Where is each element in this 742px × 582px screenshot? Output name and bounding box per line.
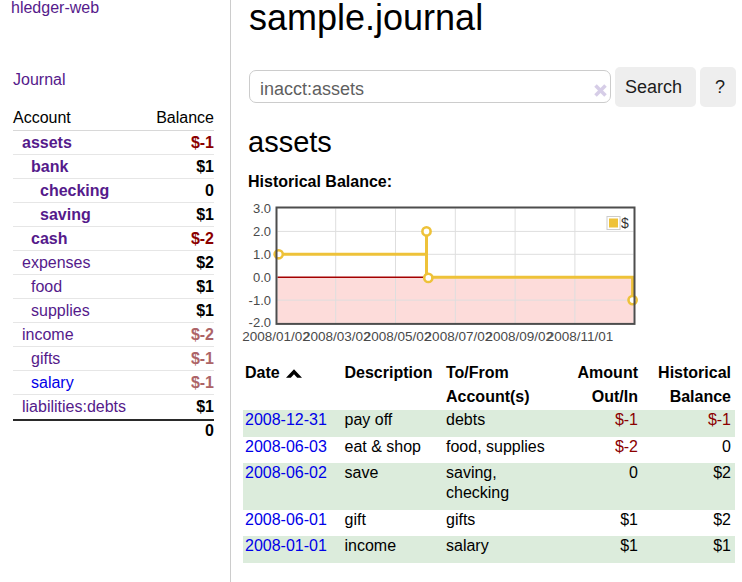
svg-text:$: $ [621,215,629,231]
svg-text:-1.0: -1.0 [249,293,271,308]
svg-text:2008/07/02: 2008/07/02 [425,329,493,344]
svg-text:2008/05/02: 2008/05/02 [364,329,432,344]
svg-text:2.0: 2.0 [253,224,271,239]
svg-text:0.0: 0.0 [253,270,271,285]
svg-text:2008/09/02: 2008/09/02 [485,329,553,344]
svg-text:2008/11/01: 2008/11/01 [547,329,614,344]
svg-text:3.0: 3.0 [253,201,271,216]
svg-text:2008/03/02: 2008/03/02 [303,329,371,344]
svg-text:2008/01/02: 2008/01/02 [242,329,310,344]
svg-text:1.0: 1.0 [253,247,271,262]
